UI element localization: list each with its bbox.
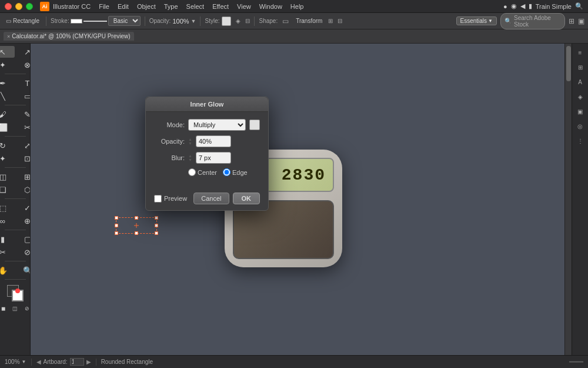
mode-dropdown[interactable]: Multiply Normal Screen Overlay [188, 119, 246, 131]
slice-select-tool[interactable]: ⊘ [16, 246, 31, 258]
zoom-tool[interactable]: 🔍 [16, 264, 31, 276]
menu-file[interactable]: File [99, 3, 109, 10]
paintbrush-tool[interactable]: 🖌 [0, 108, 15, 120]
artboard-tool[interactable]: ▢ [16, 233, 31, 245]
blur-spinner-down[interactable]: ▼ [188, 158, 192, 162]
blur-spinner[interactable]: ▲ ▼ [188, 154, 192, 162]
menu-effect[interactable]: Effect [212, 3, 229, 10]
slice-tool[interactable]: ✂ [0, 246, 15, 258]
glow-color-swatch[interactable] [249, 120, 260, 130]
hand-tool[interactable]: ✋ [0, 264, 15, 276]
column-graph-tool[interactable]: ▮ [0, 233, 15, 245]
align-icon[interactable]: ⊞ [328, 18, 333, 24]
menu-object[interactable]: Object [137, 3, 156, 10]
center-radio[interactable] [188, 168, 196, 176]
gradient-mode[interactable]: ◫ [11, 303, 20, 314]
menu-select[interactable]: Select [186, 3, 205, 10]
ok-button[interactable]: OK [233, 193, 260, 204]
menu-window[interactable]: Window [259, 3, 282, 10]
symbol-sprayer-tool[interactable]: ⊕ [16, 215, 31, 227]
opacity-icon[interactable]: ⊟ [245, 18, 250, 24]
free-transform-tool[interactable]: ⊡ [16, 152, 31, 164]
blend-tool[interactable]: ∞ [0, 215, 15, 227]
scroll-thumb[interactable] [566, 46, 571, 81]
selection-tool[interactable]: ↖ [0, 46, 15, 58]
menu-edit[interactable]: Edit [118, 3, 129, 10]
panel-icon-7[interactable]: ⋮ [574, 134, 587, 147]
fx-icon[interactable]: ◈ [236, 18, 240, 24]
maximize-button[interactable] [26, 3, 33, 10]
panel-icon-3[interactable]: A [574, 75, 587, 88]
center-radio-label[interactable]: Center [188, 168, 217, 176]
edge-radio[interactable] [223, 168, 230, 176]
arrange-icon[interactable]: ▣ [578, 17, 584, 25]
preview-checkbox[interactable] [154, 195, 162, 203]
lasso-tool[interactable]: ⊗ [16, 59, 31, 71]
type-tool[interactable]: T [16, 77, 31, 89]
rotate-tool[interactable]: ↻ [0, 140, 15, 151]
fill-stroke-indicator[interactable] [7, 285, 24, 301]
next-artboard[interactable]: ▶ [86, 359, 91, 365]
panel-icon-4[interactable]: ◈ [574, 90, 587, 103]
live-paint-tool[interactable]: ⬡ [16, 184, 31, 195]
spinner-up[interactable]: ▲ [188, 137, 192, 141]
menu-type[interactable]: Type [164, 3, 178, 10]
stroke-swatch[interactable] [71, 19, 82, 24]
mesh-tool[interactable]: ⊞ [16, 171, 31, 183]
rectangle-tool[interactable]: ▭ [16, 90, 31, 102]
gradient-tool[interactable]: ◫ [0, 171, 15, 183]
artboard-number[interactable] [70, 358, 84, 366]
essentials-dropdown[interactable]: Essentials ▼ [456, 16, 497, 25]
menu-bar[interactable]: Illustrator CC File Edit Object Type Sel… [53, 3, 303, 10]
zoom-value[interactable]: 100% [5, 359, 20, 365]
zoom-arrow[interactable]: ▼ [22, 359, 26, 364]
perspective-grid-tool[interactable]: ⬚ [0, 202, 15, 214]
opacity-input[interactable] [196, 135, 231, 147]
spinner-down[interactable]: ▼ [188, 141, 192, 145]
direct-selection-tool[interactable]: ↗ [16, 46, 31, 58]
pen-tool[interactable]: ✒ [0, 77, 15, 89]
adobe-stock-search[interactable]: 🔍 Search Adobe Stock [500, 13, 565, 29]
blur-spinner-up[interactable]: ▲ [188, 154, 192, 158]
eyedropper-tool[interactable]: ✓ [16, 202, 31, 214]
stroke-type-dropdown[interactable]: Basic [108, 16, 141, 26]
menu-view[interactable]: View [237, 3, 251, 10]
puppet-warp-tool[interactable]: ✦ [0, 152, 15, 164]
tool-status-label: Rounded Rectangle [101, 359, 153, 365]
prev-artboard[interactable]: ◀ [36, 359, 41, 365]
panel-icon-1[interactable]: ≡ [574, 46, 587, 59]
style-swatch[interactable] [222, 16, 231, 26]
shape-builder-tool[interactable]: ❑ [0, 184, 15, 195]
opacity-spinner[interactable]: ▲ ▼ [188, 137, 192, 145]
scissors-tool[interactable]: ✂ [16, 121, 31, 133]
scale-tool[interactable]: ⤢ [16, 140, 31, 151]
zoom-control[interactable]: 100% ▼ [5, 359, 26, 365]
eraser-tool[interactable]: ⬜ [0, 121, 15, 133]
magic-wand-tool[interactable]: ✦ [0, 59, 15, 71]
menu-help[interactable]: Help [290, 3, 304, 10]
blur-input[interactable] [196, 152, 231, 164]
vertical-scrollbar[interactable] [564, 44, 572, 355]
panel-icon-5[interactable]: ▣ [574, 105, 587, 118]
document-tab[interactable]: × Calculator.ai* @ 100% (CMYK/GPU Previe… [4, 32, 134, 41]
opacity-arrow[interactable]: ▼ [191, 18, 196, 24]
color-mode[interactable]: ◼ [0, 303, 8, 314]
panel-toggle-icon[interactable]: ⊞ [569, 17, 574, 25]
minimize-button[interactable] [15, 3, 22, 10]
transform-label[interactable]: Transform [296, 18, 322, 24]
close-button[interactable] [5, 3, 12, 10]
canvas-area[interactable]: 2830 [31, 44, 564, 355]
panel-icon-2[interactable]: ⊞ [574, 61, 587, 74]
preview-checkbox-label[interactable]: Preview [154, 195, 187, 203]
horizontal-scrollbar[interactable]: ━━━━ [569, 359, 583, 365]
tab-close-button[interactable]: × [7, 34, 10, 39]
edge-radio-label[interactable]: Edge [223, 168, 248, 176]
distribute-icon[interactable]: ⊟ [338, 18, 342, 24]
line-segment-tool[interactable]: ╲ [0, 90, 15, 102]
panel-icon-6[interactable]: ◎ [574, 120, 587, 132]
menu-illustrator[interactable]: Illustrator CC [53, 3, 91, 10]
none-mode[interactable]: ⊘ [22, 303, 31, 314]
pencil-tool[interactable]: ✎ [16, 108, 31, 120]
cancel-button[interactable]: Cancel [193, 193, 229, 204]
search-icon[interactable]: 🔍 [575, 2, 583, 10]
